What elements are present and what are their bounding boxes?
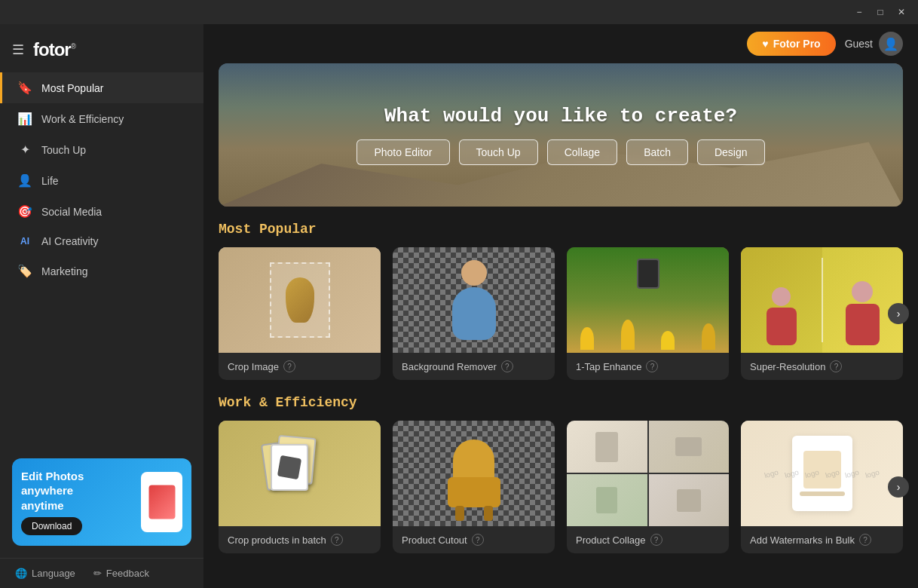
hero-photo-editor-button[interactable]: Photo Editor (356, 139, 449, 165)
chart-icon: 📊 (17, 112, 32, 126)
crop-image-label: Crop Image ? (219, 353, 381, 380)
language-label: Language (32, 568, 75, 579)
product-collage-thumbnail (567, 421, 729, 526)
info-icon[interactable]: ? (859, 534, 871, 546)
most-popular-next-arrow[interactable]: › (888, 303, 909, 324)
sidebar-item-label: Marketing (41, 265, 87, 277)
hero-design-button[interactable]: Design (697, 139, 765, 165)
card-background-remover[interactable]: Background Remover ? (393, 247, 555, 380)
super-resolution-thumbnail (741, 247, 903, 353)
background-remover-thumbnail (393, 247, 555, 353)
card-crop-products-batch[interactable]: Crop products in batch ? (219, 421, 381, 553)
hero-batch-button[interactable]: Batch (626, 139, 688, 165)
card-add-watermarks-bulk[interactable]: logo logo logo logo logo logo (741, 421, 903, 553)
app-body: ☰ fotor® 🔖 Most Popular 📊 Work & Efficie… (0, 24, 918, 588)
most-popular-section: Most Popular Crop Image ? (203, 222, 918, 395)
language-button[interactable]: 🌐 Language (15, 568, 75, 579)
sidebar-item-label: Social Media (41, 206, 102, 218)
fotor-pro-button[interactable]: ♥ Fotor Pro (747, 32, 835, 56)
product-collage-label: Product Collage ? (567, 526, 729, 553)
sidebar-item-most-popular[interactable]: 🔖 Most Popular (0, 72, 203, 103)
feedback-label: Feedback (106, 568, 149, 579)
most-popular-grid: Crop Image ? B (219, 247, 903, 380)
sidebar-item-label: AI Creativity (41, 235, 98, 247)
info-icon[interactable]: ? (331, 534, 343, 546)
info-icon[interactable]: ? (501, 360, 513, 372)
sidebar-header: ☰ fotor® (0, 30, 203, 72)
sidebar-item-touch-up[interactable]: ✦ Touch Up (0, 134, 203, 165)
sidebar-item-label: Most Popular (41, 82, 103, 94)
promo-banner: Edit Photos anywhere anytime Download (12, 458, 191, 547)
crop-image-thumbnail (219, 247, 381, 353)
sparkle-icon: ✦ (17, 142, 32, 157)
info-icon[interactable]: ? (283, 360, 295, 372)
hamburger-icon[interactable]: ☰ (12, 41, 24, 58)
hero-banner: What would you like to create? Photo Edi… (219, 63, 903, 207)
hero-background (219, 63, 903, 207)
crop-products-batch-thumbnail (219, 421, 381, 526)
super-resolution-label: Super-Resolution ? (741, 353, 903, 380)
info-icon[interactable]: ? (472, 534, 484, 546)
avatar: 👤 (879, 32, 903, 56)
work-efficiency-section: Work & Efficiency (203, 395, 918, 568)
promo-download-button[interactable]: Download (21, 517, 82, 535)
sidebar-item-label: Work & Efficiency (41, 113, 124, 125)
add-watermarks-bulk-label: Add Watermarks in Bulk ? (741, 526, 903, 553)
sidebar-item-work-efficiency[interactable]: 📊 Work & Efficiency (0, 103, 203, 134)
heart-icon: ♥ (762, 38, 768, 50)
sidebar-item-social-media[interactable]: 🎯 Social Media (0, 196, 203, 227)
promo-phone-image (141, 472, 182, 532)
globe-icon: 🌐 (15, 568, 27, 579)
avatar-icon: 👤 (883, 37, 898, 51)
card-product-collage[interactable]: Product Collage ? (567, 421, 729, 553)
main-content: ♥ Fotor Pro Guest 👤 What would you like … (203, 24, 918, 588)
work-efficiency-next-arrow[interactable]: › (888, 476, 909, 498)
promo-text: Edit Photos anywhere anytime Download (21, 469, 135, 536)
titlebar: − □ ✕ (0, 0, 918, 24)
topbar: ♥ Fotor Pro Guest 👤 (203, 24, 918, 63)
info-icon[interactable]: ? (646, 360, 658, 372)
hero-buttons: Photo Editor Touch Up Collage Batch Desi… (356, 139, 764, 165)
ai-icon: AI (17, 236, 32, 247)
bookmark-icon: 🔖 (17, 81, 32, 95)
sidebar-item-ai-creativity[interactable]: AI AI Creativity (0, 227, 203, 256)
maximize-button[interactable]: □ (870, 2, 891, 23)
close-button[interactable]: ✕ (891, 2, 912, 23)
guest-section[interactable]: Guest 👤 (845, 32, 903, 56)
info-icon[interactable]: ? (830, 360, 842, 372)
1tap-enhance-thumbnail (567, 247, 729, 353)
background-remover-label: Background Remover ? (393, 353, 555, 380)
sidebar-item-label: Life (41, 175, 59, 187)
hero-touch-up-button[interactable]: Touch Up (459, 139, 538, 165)
work-efficiency-grid: Crop products in batch ? (219, 421, 903, 553)
1tap-enhance-label: 1-Tap Enhance ? (567, 353, 729, 380)
work-efficiency-title: Work & Efficiency (219, 395, 903, 410)
hero-collage-button[interactable]: Collage (547, 139, 617, 165)
promo-title: Edit Photos anywhere anytime (21, 469, 135, 513)
minimize-button[interactable]: − (849, 2, 870, 23)
product-cutout-label: Product Cutout ? (393, 526, 555, 553)
tag-icon: 🏷️ (17, 264, 32, 278)
pencil-icon: ✏ (93, 568, 102, 579)
person-icon: 👤 (17, 173, 32, 188)
card-1tap-enhance[interactable]: 1-Tap Enhance ? (567, 247, 729, 380)
target-icon: 🎯 (17, 204, 32, 219)
hero-title: What would you like to create? (384, 105, 737, 127)
crop-products-batch-label: Crop products in batch ? (219, 526, 381, 553)
sidebar-footer: 🌐 Language ✏ Feedback (0, 558, 203, 588)
feedback-button[interactable]: ✏ Feedback (93, 568, 149, 579)
sidebar: ☰ fotor® 🔖 Most Popular 📊 Work & Efficie… (0, 24, 203, 588)
sidebar-item-marketing[interactable]: 🏷️ Marketing (0, 256, 203, 286)
add-watermarks-bulk-thumbnail: logo logo logo logo logo logo (741, 421, 903, 526)
guest-label: Guest (845, 38, 873, 50)
most-popular-title: Most Popular (219, 222, 903, 237)
logo: fotor® (33, 39, 75, 60)
card-product-cutout[interactable]: Product Cutout ? (393, 421, 555, 553)
sidebar-item-label: Touch Up (41, 144, 86, 156)
fotor-pro-label: Fotor Pro (773, 38, 821, 50)
card-crop-image[interactable]: Crop Image ? (219, 247, 381, 380)
info-icon[interactable]: ? (650, 534, 662, 546)
sidebar-item-life[interactable]: 👤 Life (0, 165, 203, 196)
product-cutout-thumbnail (393, 421, 555, 526)
card-super-resolution[interactable]: Super-Resolution ? (741, 247, 903, 380)
